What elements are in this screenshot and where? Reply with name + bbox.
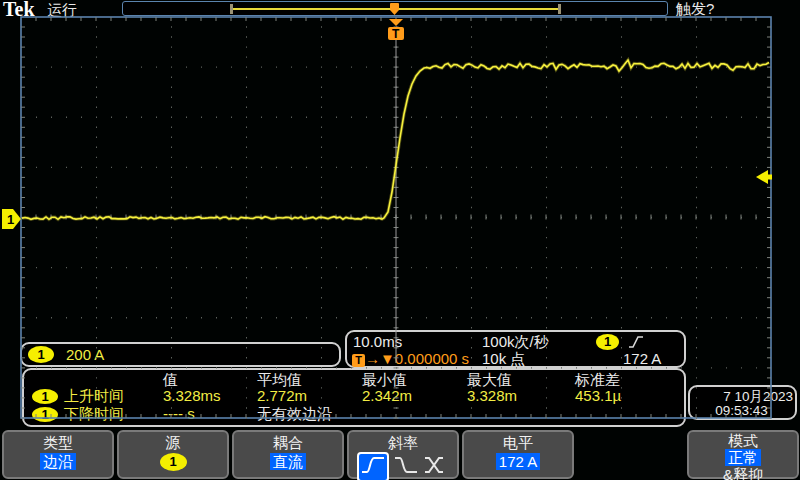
trigger-delay-value: 0.000000 s (395, 350, 469, 367)
trigger-position-flag (388, 27, 404, 40)
measurement-table-box: 值 平均值 最小值 最大值 标准差 1 上升时间 3.328ms 2.772m … (22, 368, 686, 427)
menu-mode-label: 模式 (689, 432, 797, 449)
slope-falling-icon[interactable] (393, 454, 419, 480)
record-length-readout: 10k 点 (482, 350, 525, 369)
menu-type-label: 类型 (4, 434, 112, 451)
menu-coupling-value: 直流 (270, 453, 306, 470)
channel1-position-marker (2, 209, 21, 229)
tek-logo: Tek (3, 0, 35, 21)
menu-level-value: 172 A (496, 453, 540, 470)
channel1-scale-readout: 200 A (66, 346, 104, 363)
slope-rising-selected-icon[interactable] (357, 452, 389, 480)
oscilloscope-screen: Tek 运行 触发? 1 200 A 10.0ms 100k次/秒 10k 点 … (0, 0, 800, 480)
acquisition-run-state: 运行 (47, 1, 77, 20)
menu-source-channel-badge: 1 (160, 453, 187, 471)
meas-row1-min: 2.342m (362, 387, 412, 404)
horizontal-trigger-readout-box: 10.0ms 100k次/秒 10k 点 1 172 A T→▼0.000000… (345, 330, 686, 368)
acquisition-preview-bar (122, 1, 668, 16)
menu-slope-button[interactable]: 斜率 (347, 430, 459, 479)
trigger-position-arrow-icon (389, 19, 403, 26)
meas-row2-value: ---- s (163, 405, 195, 422)
trigger-slope-rising-icon (628, 334, 644, 350)
menu-trigger-type-button[interactable]: 类型 边沿 (2, 430, 114, 479)
time-readout: 09:53:43 (690, 403, 793, 418)
channel1-position-marker-label: 1 (7, 212, 14, 227)
time-per-division-readout: 10.0ms (353, 333, 402, 350)
menu-slope-label: 斜率 (349, 434, 457, 451)
slope-either-icon[interactable] (423, 454, 449, 480)
menu-mode-value: 正常 (725, 449, 761, 466)
channel1-trace-glow (22, 60, 769, 219)
menu-type-value: 边沿 (40, 453, 76, 470)
trigger-position-flag-label: T (392, 27, 400, 41)
menu-source-label: 源 (119, 434, 227, 451)
channel1-badge: 1 (28, 346, 54, 363)
menu-level-button[interactable]: 电平 172 A (462, 430, 574, 479)
menu-mode-button[interactable]: 模式 正常 &释抑 (687, 430, 799, 479)
trigger-level-arrow (756, 170, 768, 184)
menu-trigger-source-button[interactable]: 源 1 (117, 430, 229, 479)
trigger-t-icon: T (352, 354, 365, 367)
menu-coupling-label: 耦合 (234, 434, 342, 451)
acquisition-window-right-bracket (558, 4, 561, 14)
channel1-readout-box: 1 200 A (20, 342, 341, 367)
menu-level-label: 电平 (464, 434, 572, 451)
datetime-box: 7 10月2023 09:53:43 (688, 385, 797, 420)
meas-row2-label: 下降时间 (64, 405, 124, 424)
meas-row1-channel-badge: 1 (32, 389, 58, 404)
channel1-trace (22, 60, 769, 219)
trigger-source-badge: 1 (596, 334, 619, 350)
trigger-level-readout: 172 A (623, 350, 661, 367)
menu-coupling-button[interactable]: 耦合 直流 (232, 430, 344, 479)
meas-row2-note: 无有效边沿 (257, 405, 332, 424)
trigger-arrow-icon: →▼ (365, 350, 395, 367)
trigger-level-arrow-tail (768, 175, 772, 180)
trigger-status-label: 触发? (676, 0, 714, 19)
meas-row1-max: 3.328m (467, 387, 517, 404)
meas-row1-stddev: 453.1µ (575, 387, 621, 404)
meas-row1-value: 3.328ms (163, 387, 221, 404)
trigger-position-readout: T→▼0.000000 s (352, 350, 469, 368)
meas-row1-mean: 2.772m (257, 387, 307, 404)
meas-row1-label: 上升时间 (64, 387, 124, 406)
acquisition-window-left-bracket (230, 4, 233, 14)
meas-row2-channel-badge: 1 (32, 407, 58, 422)
acquisition-waveform-extent (233, 8, 561, 10)
menu-mode-value2: &释抑 (689, 467, 797, 480)
